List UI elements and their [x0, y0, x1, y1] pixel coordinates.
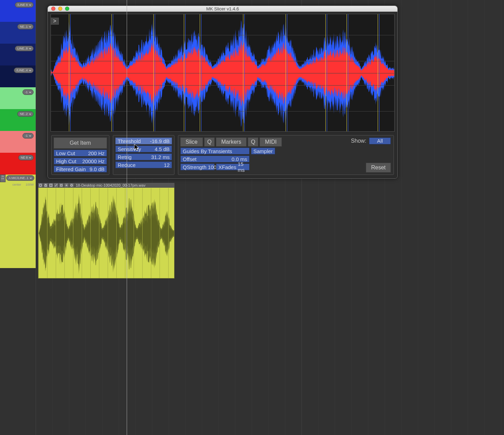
chevron-down-icon: [28, 25, 32, 28]
get-item-button[interactable]: Get Item: [54, 137, 107, 149]
lowcut-value: 200 Hz: [88, 150, 105, 156]
chevron-down-icon: [28, 90, 32, 94]
mouse-cursor-icon: [134, 144, 140, 151]
filteredgain-label: Filtered Gain: [56, 166, 86, 172]
track-io-tag[interactable]: /LINE 8: [15, 2, 34, 8]
xfades-row[interactable]: XFades 15 ms: [216, 163, 250, 170]
highcut-label: High Cut: [56, 158, 76, 164]
window-title: MK Slicer v1.4.6: [48, 6, 397, 11]
plugin-window[interactable]: MK Slicer v1.4.6 > Get Item Low Cut200 H…: [47, 6, 398, 179]
sensitivity-value: 4.5 dB: [155, 146, 170, 152]
chevron-down-icon: [28, 156, 32, 159]
qstrength-row[interactable]: QStrength 100: [180, 163, 215, 170]
show-label: Show:: [351, 138, 366, 144]
threshold-row[interactable]: Threshold-16.9 dB: [115, 137, 172, 144]
chevron-down-icon: [28, 112, 32, 116]
slice-button[interactable]: Slice: [180, 137, 203, 147]
guides-label: Guides By Transients: [183, 148, 232, 154]
reset-button[interactable]: Reset: [366, 163, 391, 172]
audio-item[interactable]: [38, 183, 174, 278]
svg-point-0: [39, 184, 42, 187]
item-a-icon[interactable]: [59, 183, 64, 188]
xfades-label: XFades: [218, 164, 236, 170]
track-io-tag[interactable]: /LINE..4: [14, 68, 34, 73]
track-header[interactable]: -1: [0, 87, 36, 109]
filter-pane: Get Item Low Cut200 Hz High Cut20000 Hz …: [51, 135, 109, 175]
filteredgain-value: 9.0 dB: [90, 166, 105, 172]
retrig-value: 31.2 ms: [151, 154, 170, 160]
track-io-tag[interactable]: NE..1: [17, 24, 34, 29]
detect-pane: Threshold-16.9 dB Sensitivity4.5 dB Retr…: [113, 135, 174, 175]
track-io-tag[interactable]: NE 8: [18, 155, 34, 160]
qstrength-label: QStrength: [183, 164, 206, 170]
pan-label: center: [12, 183, 21, 186]
width-label: 100W: [26, 183, 34, 186]
audio-item-bar[interactable]: 18-Desktop mic-10042020_00-17pm.wav: [38, 183, 174, 188]
svg-rect-2: [50, 184, 52, 187]
offset-label: Offset: [183, 156, 197, 162]
selected-track-header[interactable]: INFXA MIC/LINE..1center100W: [0, 175, 36, 268]
reduce-value: 12: [164, 162, 170, 168]
track-header[interactable]: /LINE..4: [0, 65, 36, 87]
audio-item-waveform: [38, 188, 174, 278]
retrig-row[interactable]: Retrig31.2 ms: [115, 153, 172, 160]
actions-pane: Slice Q Markers Q MIDI Guides By Transie…: [178, 135, 394, 175]
minimize-icon[interactable]: [58, 7, 62, 11]
audio-item-name: 18-Desktop mic-10042020_00-17pm.wav: [76, 183, 145, 187]
sampler-label: Sampler: [253, 148, 273, 154]
reduce-row[interactable]: Reduce12: [115, 161, 172, 168]
sampler-button[interactable]: Sampler: [251, 148, 275, 154]
markers-button[interactable]: Markers: [216, 137, 246, 147]
show-select[interactable]: All: [369, 137, 391, 144]
titlebar[interactable]: MK Slicer v1.4.6: [48, 6, 397, 12]
item-lock-icon[interactable]: [43, 183, 48, 188]
track-io-tag[interactable]: -1: [22, 89, 34, 95]
lowcut-label: Low Cut: [56, 150, 75, 156]
track-header[interactable]: -1: [0, 131, 36, 153]
item-b-icon[interactable]: [64, 183, 69, 188]
track-header[interactable]: NE..2: [0, 109, 36, 131]
waveform-scope[interactable]: [51, 14, 395, 132]
svg-rect-1: [45, 185, 47, 186]
midi-button[interactable]: MIDI: [260, 137, 282, 147]
xfades-value: 15 ms: [238, 161, 247, 173]
threshold-value: -16.9 dB: [150, 138, 170, 144]
scope-waveform: [51, 14, 394, 131]
item-fx-icon[interactable]: [54, 183, 58, 188]
track-io-tag[interactable]: LINE..8: [15, 46, 34, 51]
filteredgain-row[interactable]: Filtered Gain9.0 dB: [54, 166, 107, 172]
track-header[interactable]: LINE..8: [0, 44, 36, 65]
chevron-down-icon: [28, 69, 32, 72]
plugin-client: Get Item Low Cut200 Hz High Cut20000 Hz …: [48, 12, 397, 178]
highcut-value: 20000 Hz: [82, 158, 105, 164]
in-fx-cell[interactable]: INFX: [0, 175, 6, 182]
retrig-label: Retrig: [118, 154, 132, 160]
item-c-icon[interactable]: [69, 183, 74, 188]
q2-button[interactable]: Q: [248, 137, 258, 147]
zoom-icon[interactable]: [65, 7, 69, 11]
track-io-tag[interactable]: A MIC/LINE..1: [6, 175, 34, 181]
lowcut-row[interactable]: Low Cut200 Hz: [54, 150, 107, 157]
close-icon[interactable]: [51, 7, 55, 11]
play-cursor[interactable]: [127, 0, 127, 435]
q1-button[interactable]: Q: [204, 137, 215, 147]
item-notes-icon[interactable]: [48, 183, 53, 188]
qstrength-value: 100: [208, 164, 216, 170]
guides-mode[interactable]: Guides By Transients: [180, 148, 250, 154]
highcut-row[interactable]: High Cut20000 Hz: [54, 158, 107, 165]
track-header[interactable]: NE 8: [0, 153, 36, 175]
chevron-down-icon: [29, 176, 33, 180]
track-io-tag[interactable]: -1: [22, 133, 34, 139]
track-strip: /LINE 8NE..1LINE..8/LINE..4-1NE..2-1NE 8…: [0, 0, 36, 435]
track-header[interactable]: /LINE 8: [0, 0, 36, 22]
chevron-right-icon[interactable]: >: [51, 18, 59, 25]
chevron-down-icon: [28, 47, 32, 50]
chevron-down-icon: [28, 3, 32, 7]
threshold-label: Threshold: [118, 138, 141, 144]
track-io-tag[interactable]: NE..2: [17, 111, 34, 117]
sensitivity-row[interactable]: Sensitivity4.5 dB: [115, 145, 172, 152]
chevron-down-icon: [28, 134, 32, 137]
track-header[interactable]: NE..1: [0, 22, 36, 44]
item-mute-icon[interactable]: [38, 183, 43, 188]
